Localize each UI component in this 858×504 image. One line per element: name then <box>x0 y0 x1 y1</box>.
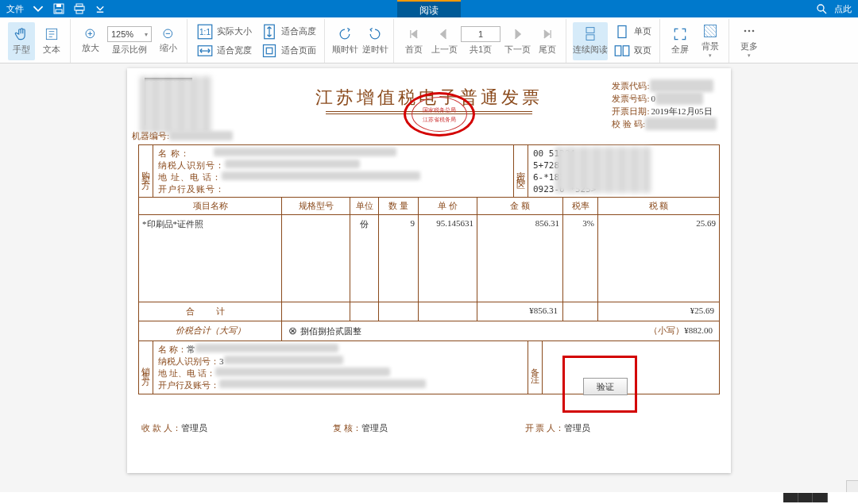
sum-amount: ¥856.31 <box>477 302 563 321</box>
zoom-scale-label: 显示比例 <box>112 44 147 56</box>
item-price: 95.145631 <box>419 215 477 302</box>
total-lower: ¥882.00 <box>684 325 713 335</box>
item-tax: 25.69 <box>598 215 719 302</box>
items-header: 项目名称 规格型号 单位 数 量 单 价 金 额 税率 税 额 <box>139 198 719 215</box>
rotate-cw-button[interactable]: 顺时针 <box>331 22 358 60</box>
item-amount: 856.31 <box>477 215 563 302</box>
scroll-corner <box>846 480 858 492</box>
svg-rect-25 <box>586 35 594 40</box>
view-single-button[interactable]: 单页 <box>611 23 655 40</box>
invoice-table: 购买方 名 称：X 纳税人识别号：X 地 址、电 话：X 开户行及账号： 密码区… <box>138 144 720 394</box>
svg-rect-22 <box>264 44 276 56</box>
fit-height-button[interactable]: 适合高度 <box>258 23 319 40</box>
fullscreen-button[interactable]: 全屏 <box>667 22 694 60</box>
menu-dropdown-icon[interactable] <box>30 1 46 17</box>
continuous-label: 连续阅读 <box>573 44 608 56</box>
fit-width-button[interactable]: 适合宽度 <box>194 42 255 60</box>
fullscreen-label: 全屏 <box>671 44 689 56</box>
last-page-label: 尾页 <box>539 44 556 56</box>
item-rate: 3% <box>563 215 598 302</box>
fit-actual-button[interactable]: 1:1 实际大小 <box>194 23 255 40</box>
sum-tax: ¥25.69 <box>598 302 719 321</box>
next-page-button[interactable]: 下一页 <box>504 22 531 60</box>
fit-page-button[interactable]: 适合页面 <box>258 42 319 60</box>
more-button[interactable]: 更多 ▾ <box>736 22 763 60</box>
svg-point-7 <box>817 5 824 11</box>
document-viewport[interactable]: 江苏增值税电子普通发票 国家税务总局 江苏省税务局 发票代码:XXXXXXXXX… <box>0 63 858 492</box>
search-placeholder[interactable]: 点此 <box>833 3 853 15</box>
svg-rect-28 <box>623 45 629 56</box>
buyer-block: 名 称：X 纳税人识别号：X 地 址、电 话：X 开户行及账号： <box>153 145 514 197</box>
first-page-button[interactable]: 首页 <box>400 22 427 60</box>
page-total-label: 共1页 <box>470 44 492 56</box>
taskbar-hint <box>783 493 828 502</box>
invoice-meta: 发票代码:XXXXXXXXXX 发票号码:0XXXXXXX 开票日期:2019年… <box>612 79 717 130</box>
view-continuous-button[interactable]: 连续阅读 <box>573 22 608 60</box>
quick-dropdown-icon[interactable] <box>92 1 108 17</box>
double-page-label: 双页 <box>632 44 651 56</box>
total-row: 价税合计（大写） ⊗捌佰捌拾贰圆整 （小写）¥882.00 <box>139 321 719 341</box>
svg-rect-5 <box>76 10 83 13</box>
single-page-label: 单页 <box>632 25 651 37</box>
reviewer-name: 管理员 <box>361 423 388 433</box>
drawer-name: 管理员 <box>564 423 590 433</box>
chevron-down-icon: ▾ <box>145 31 148 38</box>
search-icon[interactable] <box>814 1 829 17</box>
view-double-button[interactable]: 双页 <box>611 42 655 60</box>
items-sum: 合 计 ¥856.31 ¥25.69 <box>139 302 719 321</box>
svg-line-8 <box>823 10 826 13</box>
invoice-header: 江苏增值税电子普通发票 国家税务总局 江苏省税务局 发票代码:XXXXXXXXX… <box>140 76 718 133</box>
payee-name: 管理员 <box>181 423 207 433</box>
tool-hand-label: 手型 <box>13 44 30 56</box>
machine-number: 机器编号:XXXXXXXXXX <box>132 130 233 142</box>
last-page-button[interactable]: 尾页 <box>534 22 561 60</box>
tool-text-label: 文本 <box>43 44 60 56</box>
tab-read[interactable]: 阅读 <box>397 0 461 17</box>
background-button[interactable]: 背景 ▾ <box>697 22 724 60</box>
signature-row: 收 款 人：管理员 复 核：管理员 开 票 人：管理员 <box>141 422 717 434</box>
seller-block: 名 称：常X 纳税人识别号：3X 地 址、电 话：X 开户行及账号：X <box>153 341 528 394</box>
svg-point-32 <box>752 30 755 33</box>
svg-rect-2 <box>56 10 62 13</box>
more-label: 更多 <box>740 40 758 52</box>
verify-button[interactable]: 验证 <box>583 378 628 395</box>
print-icon[interactable] <box>72 1 87 17</box>
prev-page-label: 上一页 <box>431 44 458 56</box>
svg-rect-23 <box>266 48 272 54</box>
zoom-in-button[interactable]: 放大 <box>77 22 104 60</box>
rotate-ccw-label: 逆时针 <box>362 44 388 56</box>
next-page-label: 下一页 <box>504 44 531 56</box>
svg-rect-1 <box>56 4 61 7</box>
page-number-input[interactable]: 1 <box>461 26 500 42</box>
seller-section-label: 销售方 <box>139 341 153 394</box>
cipher-block: 00 51304 5+728 36-752 6-*183 0923-0 *525… <box>528 145 719 197</box>
remark-section-label: 备注 <box>528 341 543 394</box>
rotate-ccw-button[interactable]: 逆时针 <box>361 22 388 60</box>
fit-height-label: 适合高度 <box>279 25 316 37</box>
fit-actual-label: 实际大小 <box>214 25 252 37</box>
svg-rect-27 <box>615 45 621 56</box>
item-qty: 9 <box>379 215 419 302</box>
tool-hand[interactable]: 手型 <box>8 22 35 60</box>
zoom-out-label: 缩小 <box>160 42 177 54</box>
zoom-combo[interactable]: 125% ▾ <box>107 26 152 42</box>
save-icon[interactable] <box>51 1 67 17</box>
invoice-page: 江苏增值税电子普通发票 国家税务总局 江苏省税务局 发票代码:XXXXXXXXX… <box>127 68 731 473</box>
first-page-label: 首页 <box>405 44 423 56</box>
prev-page-button[interactable]: 上一页 <box>431 22 458 60</box>
zoom-in-label: 放大 <box>82 42 99 54</box>
seller-row: 销售方 名 称：常X 纳税人识别号：3X 地 址、电 话：X 开户行及账号：X … <box>139 341 719 394</box>
buyer-section-label: 购买方 <box>139 145 153 197</box>
svg-rect-24 <box>586 28 594 33</box>
svg-rect-4 <box>75 6 84 10</box>
fit-page-label: 适合页面 <box>279 44 316 56</box>
items-body: *印刷品*证件照 份 9 95.145631 856.31 3% 25.69 <box>139 215 719 302</box>
tool-text-select[interactable]: 文本 <box>38 22 65 60</box>
zoom-out-button[interactable]: 缩小 <box>155 22 182 60</box>
item-name: *印刷品*证件照 <box>139 215 282 302</box>
ribbon-toolbar: 手型 文本 放大 125% ▾ 显示比例 缩小 1:1 实际大小 <box>0 17 858 63</box>
menu-file[interactable]: 文件 <box>5 3 25 15</box>
fit-width-label: 适合宽度 <box>214 44 252 56</box>
chevron-down-icon: ▾ <box>748 52 751 59</box>
background-label: 背景 <box>701 40 719 52</box>
